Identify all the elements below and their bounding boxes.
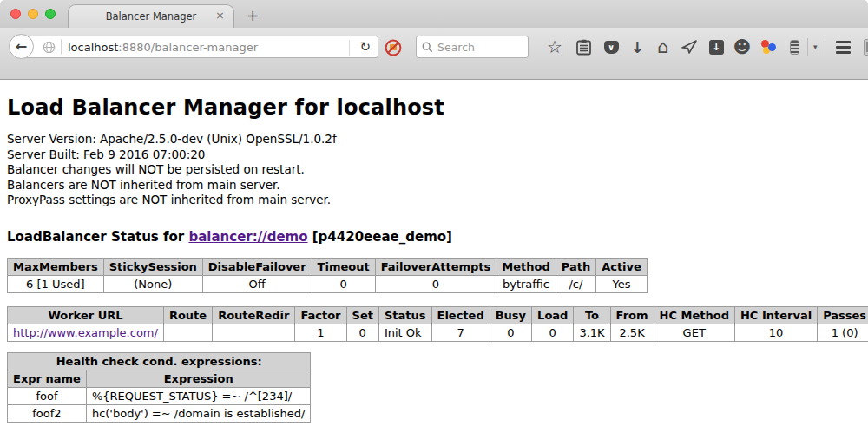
health-check-expressions-table: Health check cond. expressions: Expr nam…: [7, 352, 311, 423]
column-header: Factor: [295, 306, 346, 324]
table-header-row: MaxMembers StickySession DisableFailover…: [8, 258, 648, 275]
table-row: 6 [1 Used] (None) Off 0 0 bytraffic /c/ …: [8, 275, 648, 292]
keyboard-icon[interactable]: [862, 36, 868, 58]
worker-url-link[interactable]: http://www.example.com/: [13, 326, 158, 339]
toolbar-icons: ☆ ∨ ↓ ⌂ ↓: [543, 36, 868, 58]
reading-list-icon[interactable]: [572, 36, 595, 58]
status-prefix: LoadBalancer Status for: [7, 229, 188, 245]
table-cell: Init Ok: [378, 324, 431, 341]
window-close-button[interactable]: [10, 9, 21, 19]
expr-name-cell: foof: [8, 387, 87, 404]
back-icon: ←: [16, 38, 27, 55]
table-cell: [213, 324, 295, 341]
table-row: http://www.example.com/ 1 0 Init Ok 7 0 …: [8, 324, 868, 341]
reload-divider: [349, 40, 350, 56]
table-cell: 1 (0): [818, 324, 868, 341]
plugin-blocked-icon[interactable]: [385, 39, 402, 56]
table-row: foof %{REQUEST_STATUS} =~ /^[234]/: [8, 387, 311, 404]
home-icon[interactable]: ⌂: [652, 36, 674, 58]
search-input[interactable]: [437, 41, 517, 54]
table-cell: 6 [1 Used]: [8, 275, 104, 292]
search-bar[interactable]: [416, 36, 529, 58]
worker-url-cell: http://www.example.com/: [8, 324, 164, 341]
column-header: Status: [378, 306, 431, 324]
battery-extension-icon[interactable]: [783, 36, 806, 58]
balancer-settings-table: MaxMembers StickySession DisableFailover…: [7, 258, 648, 293]
toolbar-divider: [807, 38, 808, 56]
table-cell: 0: [346, 324, 378, 341]
chevron-down-icon[interactable]: ▾: [813, 43, 818, 51]
server-info: Server Version: Apache/2.5.0-dev (Unix) …: [7, 132, 861, 208]
expression-cell: hc('body') =~ /domain is established/: [86, 404, 311, 422]
window-minimize-button[interactable]: [28, 9, 38, 19]
column-header: FailoverAttempts: [375, 258, 496, 275]
table-title-row: Health check cond. expressions:: [8, 352, 311, 370]
menu-icon[interactable]: [832, 36, 855, 58]
column-header: Active: [596, 258, 648, 275]
table-cell: 1: [295, 324, 346, 341]
column-header: To: [574, 306, 610, 324]
window-titlebar: Balancer Manager × +: [0, 0, 868, 28]
table-cell: bytraffic: [496, 275, 556, 292]
toolbar-divider: [825, 38, 825, 56]
download-box-icon[interactable]: ↓: [705, 36, 727, 58]
expr-name-cell: foof2: [8, 404, 87, 422]
table-cell: 0: [532, 324, 574, 341]
table-cell: [163, 324, 212, 341]
column-header: StickySession: [103, 258, 202, 275]
persist-notice-line: Balancer changes will NOT be persisted o…: [7, 162, 861, 178]
column-header: HC Interval: [734, 306, 817, 324]
globe-icon: [43, 41, 56, 54]
url-host-text: localhost: [68, 41, 118, 54]
downloads-icon[interactable]: ↓: [626, 36, 648, 58]
column-header: Timeout: [312, 258, 375, 275]
health-table-title: Health check cond. expressions:: [8, 352, 311, 370]
back-button[interactable]: ←: [9, 34, 34, 59]
new-tab-button[interactable]: +: [247, 7, 259, 24]
column-header: Worker URL: [8, 306, 164, 324]
reload-icon[interactable]: ↻: [359, 39, 371, 55]
column-header: Route: [163, 306, 212, 324]
proxypass-notice-line: ProxyPass settings are NOT inherited fro…: [7, 193, 861, 208]
page-title: Load Balancer Manager for localhost: [7, 95, 861, 120]
status-suffix: [p4420eeae_demo]: [308, 229, 452, 245]
download-box-arrow-glyph: ↓: [712, 41, 720, 53]
colored-dots-extension-icon[interactable]: [757, 36, 779, 58]
table-cell: GET: [654, 324, 734, 341]
column-header: Elected: [431, 306, 490, 324]
expression-cell: %{REQUEST_STATUS} =~ /^[234]/: [86, 387, 311, 404]
browser-window: Balancer Manager × + ← localhost:8880/ba…: [0, 0, 868, 426]
column-header: HC Method: [654, 306, 734, 324]
server-built-line: Server Built: Feb 9 2016 07:00:20: [7, 147, 861, 163]
send-tab-icon[interactable]: [678, 36, 700, 58]
balancer-demo-link[interactable]: balancer://demo: [188, 229, 307, 245]
table-cell: 0: [312, 275, 375, 292]
table-cell: 10: [734, 324, 817, 341]
table-cell: 3.1K: [574, 324, 610, 341]
tab-close-icon[interactable]: ×: [215, 10, 225, 22]
page-content: Load Balancer Manager for localhost Serv…: [0, 80, 868, 426]
pocket-chevron-glyph: ∨: [608, 43, 615, 52]
bookmark-star-icon[interactable]: ☆: [543, 36, 566, 58]
feedback-smiley-icon[interactable]: ☻: [731, 36, 753, 58]
table-cell: (None): [103, 275, 202, 292]
table-cell: Off: [202, 275, 312, 292]
window-zoom-button[interactable]: [45, 9, 56, 19]
worker-status-table: Worker URL Route RouteRedir Factor Set S…: [7, 306, 868, 342]
url-divider: [61, 39, 62, 55]
url-path-text: :8880/balancer-manager: [118, 41, 258, 54]
tab-balancer-manager[interactable]: Balancer Manager ×: [68, 4, 234, 28]
table-cell: 7: [431, 324, 490, 341]
table-cell: 2.5K: [610, 324, 654, 341]
search-icon: [422, 42, 433, 53]
column-header: From: [610, 306, 654, 324]
column-header: Path: [556, 258, 595, 275]
pocket-icon[interactable]: ∨: [600, 36, 622, 58]
column-header: DisableFailover: [202, 258, 312, 275]
balancers-notice-line: Balancers are NOT inherited from main se…: [7, 178, 861, 193]
url-bar[interactable]: localhost:8880/balancer-manager ↻: [21, 36, 378, 58]
column-header: RouteRedir: [213, 306, 295, 324]
navigation-toolbar: ← localhost:8880/balancer-manager ↻: [0, 28, 868, 80]
toolbar-divider: [569, 38, 569, 56]
table-header-row: Worker URL Route RouteRedir Factor Set S…: [8, 306, 868, 324]
